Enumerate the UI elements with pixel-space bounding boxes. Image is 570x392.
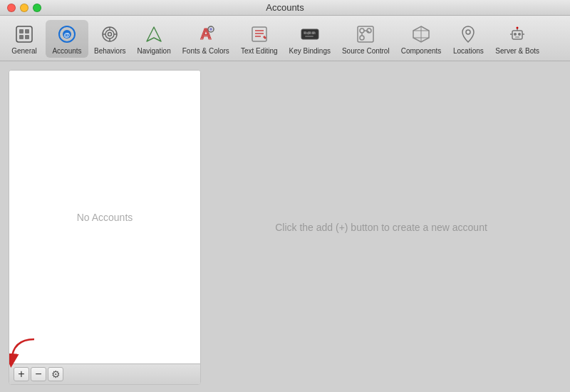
svg-point-9 bbox=[105, 30, 114, 38]
toolbar-item-components[interactable]: Components bbox=[395, 20, 447, 58]
locations-icon bbox=[457, 23, 480, 46]
svg-rect-36 bbox=[512, 31, 522, 39]
toolbar-item-navigation[interactable]: Navigation bbox=[131, 20, 176, 58]
toolbar-item-key-bindings[interactable]: caption Key Bindings bbox=[284, 20, 336, 58]
accounts-list-panel: No Accounts + − ⚙ bbox=[9, 70, 201, 385]
traffic-lights bbox=[7, 4, 41, 12]
toolbar-item-accounts[interactable]: @ Accounts bbox=[46, 20, 88, 58]
svg-text:caption: caption bbox=[304, 31, 316, 35]
remove-account-button[interactable]: − bbox=[31, 367, 46, 381]
toolbar-item-source-control[interactable]: Source Control bbox=[336, 20, 395, 58]
svg-point-37 bbox=[514, 33, 517, 36]
components-label: Components bbox=[401, 47, 442, 55]
svg-point-38 bbox=[518, 33, 521, 36]
server-bots-label: Server & Bots bbox=[495, 47, 539, 55]
svg-point-35 bbox=[466, 30, 470, 34]
toolbar-item-behaviors[interactable]: Behaviors bbox=[88, 20, 131, 58]
svg-text:A: A bbox=[201, 26, 211, 41]
behaviors-label: Behaviors bbox=[94, 47, 125, 55]
main-content: No Accounts + − ⚙ Click the add (+) bu bbox=[0, 61, 570, 392]
minimize-button[interactable] bbox=[20, 4, 28, 12]
key-bindings-icon: caption bbox=[299, 23, 321, 46]
window-title: Accounts bbox=[266, 2, 304, 13]
svg-rect-28 bbox=[305, 36, 314, 37]
fonts-colors-label: Fonts & Colors bbox=[182, 47, 229, 55]
svg-rect-4 bbox=[25, 35, 29, 39]
account-settings-button[interactable]: ⚙ bbox=[48, 367, 63, 381]
svg-marker-15 bbox=[147, 27, 161, 41]
svg-point-31 bbox=[360, 29, 364, 33]
svg-point-33 bbox=[360, 36, 364, 40]
add-account-hint: Click the add (+) button to create a new… bbox=[275, 222, 487, 233]
close-button[interactable] bbox=[7, 4, 16, 12]
components-icon bbox=[410, 23, 432, 46]
fonts-colors-icon: A A bbox=[195, 23, 217, 46]
source-control-label: Source Control bbox=[342, 47, 390, 55]
title-bar: Accounts bbox=[0, 0, 570, 16]
accounts-label: Accounts bbox=[52, 47, 81, 55]
svg-rect-2 bbox=[25, 29, 29, 33]
svg-rect-20 bbox=[252, 27, 266, 41]
svg-rect-3 bbox=[19, 35, 24, 39]
navigation-label: Navigation bbox=[137, 47, 170, 55]
toolbar-item-fonts-colors[interactable]: A A Fonts & Colors bbox=[177, 20, 235, 58]
svg-point-41 bbox=[517, 27, 519, 29]
svg-rect-0 bbox=[16, 26, 32, 42]
navigation-icon bbox=[142, 23, 165, 46]
accounts-list-empty: No Accounts bbox=[9, 71, 200, 363]
add-account-button[interactable]: + bbox=[14, 367, 29, 381]
accounts-icon: @ bbox=[56, 23, 78, 46]
toolbar-item-text-editing[interactable]: Text Editing bbox=[235, 20, 284, 58]
key-bindings-label: Key Bindings bbox=[289, 47, 331, 55]
general-label: General bbox=[11, 47, 37, 55]
svg-text:@: @ bbox=[64, 31, 71, 38]
toolbar: General @ Accounts Behaviors bbox=[0, 16, 570, 61]
toolbar-item-general[interactable]: General bbox=[3, 20, 46, 58]
toolbar-item-server-bots[interactable]: Server & Bots bbox=[489, 20, 545, 58]
locations-label: Locations bbox=[453, 47, 484, 55]
text-editing-label: Text Editing bbox=[241, 47, 278, 55]
no-accounts-label: No Accounts bbox=[77, 212, 133, 223]
toolbar-item-locations[interactable]: Locations bbox=[447, 20, 489, 58]
svg-point-10 bbox=[108, 33, 112, 36]
account-detail-panel: Click the add (+) button to create a new… bbox=[201, 70, 561, 385]
panel-toolbar: + − ⚙ bbox=[9, 363, 200, 384]
source-control-icon bbox=[354, 23, 377, 46]
svg-rect-30 bbox=[358, 26, 373, 42]
behaviors-icon bbox=[98, 23, 121, 46]
maximize-button[interactable] bbox=[33, 4, 41, 12]
svg-point-19 bbox=[209, 28, 212, 31]
svg-rect-1 bbox=[19, 29, 24, 33]
server-bots-icon bbox=[506, 23, 529, 46]
general-icon bbox=[13, 23, 36, 46]
text-editing-icon bbox=[248, 23, 271, 46]
